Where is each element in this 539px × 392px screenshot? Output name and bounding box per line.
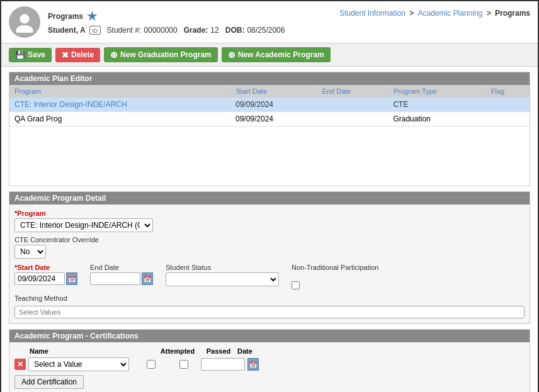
grade-label: Grade: [184,26,208,35]
start-date-calendar[interactable]: 📅 [66,272,77,285]
row-start-date: 09/09/2024 [230,98,317,112]
new-academic-button[interactable]: ⊕ New Academic Program [222,47,331,62]
start-date-input[interactable] [14,272,65,285]
certifications-header: Academic Program - Certifications [9,330,530,342]
program-detail-header: Academic Program Detail [9,192,530,204]
row-start-date: 09/09/2024 [230,112,317,126]
row-flag [485,112,529,126]
svg-point-0 [20,14,29,23]
cert-col-date: Date [237,347,300,355]
cert-row: ✕ Select a Value 📅 [14,357,525,371]
cert-remove-button[interactable]: ✕ [14,359,26,370]
end-date-input[interactable] [90,272,140,285]
plan-editor-header: Academic Plan Editor [9,72,530,85]
dob-label: DOB: [225,26,245,35]
col-program-type[interactable]: Program Type [388,85,485,98]
non-trad-label: Non-Traditional Participation [292,264,378,271]
cert-date-input[interactable] [201,358,245,371]
cert-name-select[interactable]: Select a Value [28,357,129,371]
save-label: Save [28,50,45,59]
student-number: 00000000 [144,26,177,35]
cert-col-name: Name [30,347,156,355]
teaching-method-input[interactable] [14,306,525,318]
program-field-label: *Program [14,210,525,217]
delete-icon: ✖ [62,50,69,60]
table-row[interactable]: CTE: Interior Design-INDE/ARCH 09/09/202… [9,98,530,112]
breadcrumb-sep2: > [487,9,493,18]
program-select[interactable]: CTE: Interior Design-INDE/ARCH (CTE Cate… [14,218,153,232]
plus-icon-acad: ⊕ [228,50,235,60]
breadcrumb-academic-planning[interactable]: Academic Planning [418,9,483,18]
cert-passed-checkbox[interactable] [179,360,188,369]
new-grad-label: New Graduation Program [120,50,212,59]
add-certification-button[interactable]: Add Certification [14,375,84,389]
save-icon: 💾 [15,50,25,60]
breadcrumb-student-info[interactable]: Student Information [339,9,406,18]
new-graduation-button[interactable]: ⊕ New Graduation Program [104,47,218,62]
row-program: CTE: Interior Design-INDE/ARCH [9,98,230,112]
dob-value: 08/25/2006 [247,26,285,35]
row-end-date [317,112,388,126]
col-start-date[interactable]: Start Date [230,85,317,98]
cert-attempted-checkbox[interactable] [147,360,156,369]
table-row[interactable]: QA Grad Prog 09/09/2024 Graduation [9,112,530,126]
row-program-type: CTE [388,98,485,112]
non-trad-checkbox[interactable] [292,281,300,289]
end-date-calendar[interactable]: 📅 [142,272,153,285]
cert-col-passed: Passed [200,347,237,355]
student-status-select[interactable] [166,272,279,286]
breadcrumb-sep1: > [409,9,416,18]
plus-icon-grad: ⊕ [110,50,118,60]
grade-value: 12 [210,26,218,35]
delete-label: Delete [71,50,94,59]
student-name: Student, A [48,26,86,35]
cert-col-attempted: Attempted [156,347,200,355]
breadcrumb-current: Programs [495,9,530,18]
favorite-star[interactable]: ★ [87,9,97,23]
cte-override-label: CTE Concentrator Override [14,236,525,244]
end-date-label: End Date [90,264,153,271]
start-date-label: *Start Date [14,264,77,271]
row-program-type: Graduation [388,112,485,126]
row-program: QA Grad Prog [9,112,230,126]
save-button[interactable]: 💾 Save [9,48,52,62]
page-title: Programs [48,12,83,21]
col-flag[interactable]: Flag [485,85,529,98]
teaching-method-label: Teaching Method [14,294,525,302]
row-end-date [317,98,388,112]
id-icon: ID [89,26,101,35]
col-end-date[interactable]: End Date [317,85,388,98]
cte-override-select[interactable]: No Yes [14,245,46,259]
avatar [9,6,40,38]
col-program[interactable]: Program [9,85,230,98]
cert-date-calendar[interactable]: 📅 [247,358,259,371]
delete-button[interactable]: ✖ Delete [55,48,100,62]
student-number-label: Student #: [107,26,142,35]
row-flag [485,98,529,112]
svg-point-1 [16,25,33,33]
new-academic-label: New Academic Program [238,50,324,59]
student-status-label: Student Status [166,264,279,271]
